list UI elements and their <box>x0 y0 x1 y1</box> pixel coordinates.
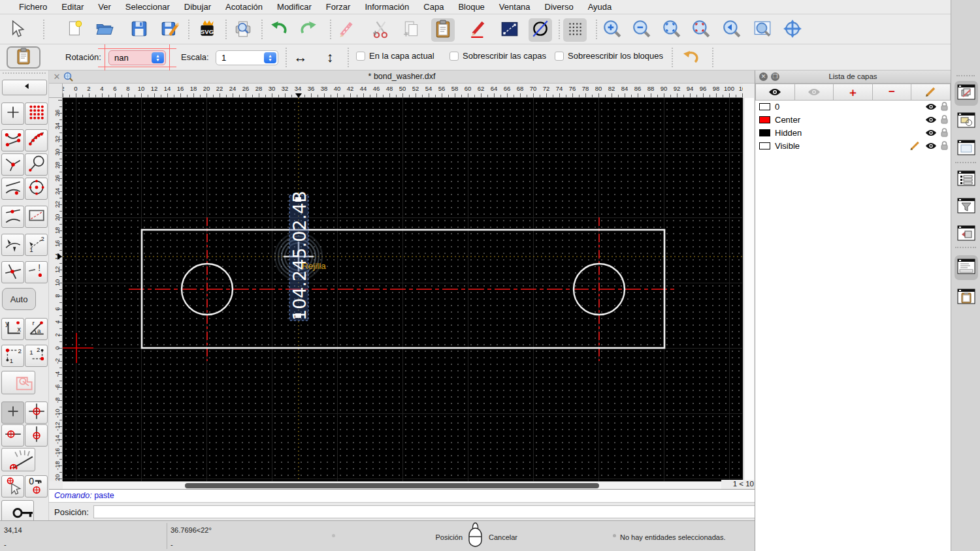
exploded-view-panel-button[interactable] <box>955 222 978 247</box>
checkbox-en-la-capa-actual[interactable]: En la capa actual <box>356 51 434 61</box>
menu-ventana[interactable]: Ventana <box>492 0 538 14</box>
arrow-cursor-button[interactable] <box>5 18 28 42</box>
layer-row-0[interactable]: 0 <box>755 101 951 114</box>
block-list-panel-button[interactable] <box>955 109 978 134</box>
rotation-select[interactable]: nan▲▼ <box>108 50 166 65</box>
layer-visibility-eye-icon[interactable] <box>925 102 937 114</box>
snap-reference-button[interactable] <box>25 206 48 228</box>
draw-pen-button[interactable] <box>467 18 491 42</box>
lock-relative-zero-button[interactable]: 0 <box>25 475 48 497</box>
position-input[interactable] <box>93 505 781 518</box>
restrict-orthogonal-button[interactable] <box>25 401 48 424</box>
layer-lock-icon[interactable] <box>940 141 949 153</box>
layer-color-swatch[interactable] <box>759 129 770 136</box>
grid-toggle-button[interactable] <box>563 18 587 42</box>
layer-color-swatch[interactable] <box>759 116 770 123</box>
scrollbar-thumb[interactable] <box>185 483 599 488</box>
layer-lock-icon[interactable] <box>940 102 949 114</box>
zoom-pan-button[interactable] <box>781 18 804 42</box>
undo-button[interactable] <box>267 18 291 42</box>
snap-endpoints-button[interactable] <box>1 129 24 151</box>
horizontal-scrollbar[interactable] <box>63 481 725 489</box>
restrict-nothing-button[interactable] <box>1 401 24 424</box>
scale-select[interactable]: 1▲▼ <box>216 50 278 65</box>
save-as-button[interactable] <box>158 18 182 42</box>
checkbox-icon[interactable] <box>555 52 564 61</box>
remove-layer-button[interactable]: − <box>873 84 912 101</box>
menu-forzar[interactable]: Forzar <box>319 0 358 14</box>
zoom-in-button[interactable] <box>600 18 624 42</box>
new-file-button[interactable] <box>63 18 87 42</box>
pen-button[interactable] <box>335 18 358 42</box>
coord-polar-button[interactable]: ra <box>25 318 48 340</box>
stepper-icon[interactable]: ▲▼ <box>152 52 164 63</box>
snap-free-button[interactable] <box>1 102 24 125</box>
paste-button[interactable] <box>431 18 455 42</box>
zoom-window-button[interactable] <box>751 18 774 42</box>
snap-tangent-button[interactable] <box>1 178 24 200</box>
layer-row-hidden[interactable]: Hidden <box>755 127 951 140</box>
snap-circle-handle-button[interactable] <box>25 153 48 176</box>
menu-capa[interactable]: Capa <box>416 0 451 14</box>
drawing-canvas[interactable]: 104.245.02.4B Rejilla <box>63 98 743 481</box>
flip-horizontal-button[interactable]: ↔ <box>290 49 311 67</box>
snap-distance-manual-button[interactable]: 12 <box>25 234 48 256</box>
menu-ver[interactable]: Ver <box>91 0 118 14</box>
undo-paste-button[interactable] <box>678 47 702 68</box>
menu-información[interactable]: Información <box>357 0 416 14</box>
edit-layer-button[interactable] <box>911 84 951 101</box>
vertical-scrollbar[interactable] <box>743 98 754 481</box>
snap-intersection-cross-button[interactable] <box>1 261 24 283</box>
layer-lock-icon[interactable] <box>940 115 949 127</box>
print-preview-button[interactable] <box>231 18 255 42</box>
line-tool-button[interactable] <box>498 18 521 42</box>
restrict-vertical-button[interactable] <box>25 424 48 447</box>
menu-editar[interactable]: Editar <box>54 0 91 14</box>
coord-cartesian-button[interactable]: yx <box>1 318 24 340</box>
save-file-button[interactable] <box>127 18 151 42</box>
menu-seleccionar[interactable]: Seleccionar <box>118 0 177 14</box>
menu-ayuda[interactable]: Ayuda <box>581 0 619 14</box>
library-browser-panel-button[interactable] <box>955 136 978 161</box>
layer-visibility-eye-icon[interactable] <box>925 115 937 127</box>
snap-distance-button[interactable] <box>1 234 24 256</box>
copy-button[interactable] <box>400 18 423 42</box>
open-file-button[interactable] <box>93 18 116 42</box>
svg-export-button[interactable]: SVG <box>195 18 219 42</box>
zoom-select-button[interactable] <box>689 18 713 42</box>
corner-order-a-button[interactable]: 12 <box>1 345 24 367</box>
zoom-out-button[interactable] <box>630 18 653 42</box>
menu-fichero[interactable]: Fichero <box>12 0 54 14</box>
stepper-icon[interactable]: ▲▼ <box>264 52 276 63</box>
layer-lock-icon[interactable] <box>940 128 949 140</box>
checkbox-sobreescribir-los-bloques[interactable]: Sobreescribir los bloques <box>555 51 663 61</box>
menu-bloque[interactable]: Bloque <box>451 0 491 14</box>
checkbox-icon[interactable] <box>449 52 459 61</box>
layer-color-swatch[interactable] <box>759 142 770 150</box>
zoom-previous-button[interactable] <box>720 18 743 42</box>
checkbox-icon[interactable] <box>356 52 365 61</box>
circle-tool-button[interactable] <box>529 18 552 42</box>
checkbox-sobrescribir-las-capas[interactable]: Sobrescribir las capas <box>449 51 546 61</box>
layer-visibility-eye-icon[interactable] <box>925 128 937 140</box>
snap-intersection-button[interactable] <box>1 153 24 176</box>
snap-grid-button[interactable] <box>25 102 48 125</box>
menu-diverso[interactable]: Diverso <box>538 0 581 14</box>
named-views-panel-button[interactable] <box>955 167 978 192</box>
clipboard-panel-button[interactable] <box>955 285 978 310</box>
command-line[interactable]: Comando: paste <box>49 489 755 502</box>
menu-modificar[interactable]: Modificar <box>270 0 319 14</box>
snap-intersection-manual-button[interactable]: ! <box>25 261 48 283</box>
menu-acotación[interactable]: Acotación <box>218 0 270 14</box>
relative-zero-angle-button[interactable] <box>1 448 35 471</box>
command-line-panel-button[interactable] <box>955 255 978 280</box>
flip-vertical-button[interactable]: ↕ <box>319 49 340 67</box>
snap-on-entity-button[interactable] <box>25 129 48 151</box>
zoom-auto-button[interactable] <box>660 18 683 42</box>
layer-color-swatch[interactable] <box>759 103 770 110</box>
menu-dibujar[interactable]: Dibujar <box>177 0 218 14</box>
back-button[interactable] <box>2 80 47 95</box>
paste-mode-button[interactable] <box>7 46 41 69</box>
redo-button[interactable] <box>297 18 320 42</box>
snap-middle-button[interactable] <box>1 206 24 228</box>
